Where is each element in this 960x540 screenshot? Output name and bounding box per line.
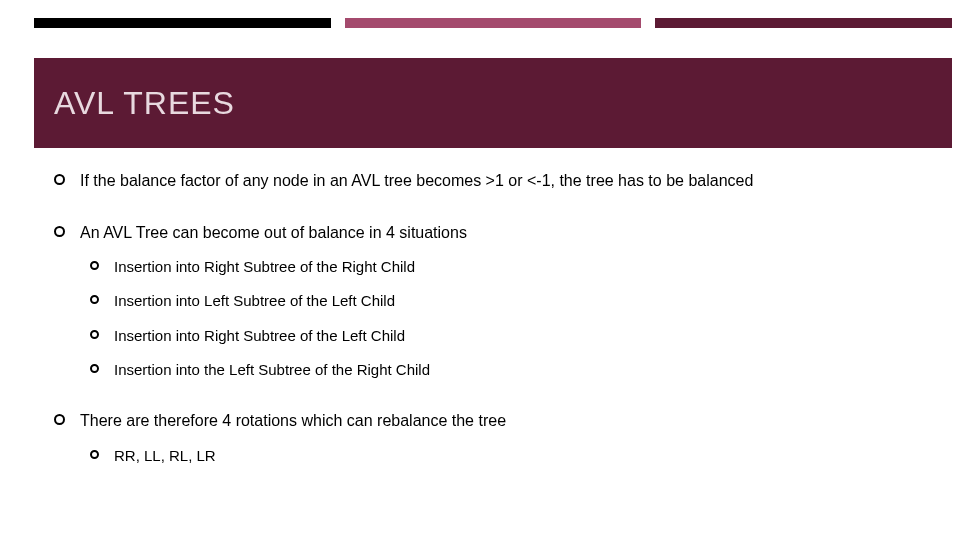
slide-title: AVL TREES [54, 85, 235, 122]
bullet-list-level2: Insertion into Right Subtree of the Righ… [80, 257, 930, 380]
bullet-text: An AVL Tree can become out of balance in… [80, 224, 467, 241]
ribbon-segment-maroon [655, 18, 952, 28]
bullet-text: There are therefore 4 rotations which ca… [80, 412, 506, 429]
bullet-text: Insertion into the Left Subtree of the R… [114, 361, 430, 378]
bullet-text: Insertion into Right Subtree of the Righ… [114, 258, 415, 275]
bullet-text: RR, LL, RL, LR [114, 447, 216, 464]
list-item: Insertion into Left Subtree of the Left … [90, 291, 930, 311]
list-item: An AVL Tree can become out of balance in… [54, 222, 930, 381]
slide: AVL TREES If the balance factor of any n… [0, 0, 960, 540]
ribbon-segment-black [34, 18, 331, 28]
top-ribbon [34, 18, 952, 28]
list-item: RR, LL, RL, LR [90, 446, 930, 466]
list-item: Insertion into the Left Subtree of the R… [90, 360, 930, 380]
bullet-list-level2: RR, LL, RL, LR [80, 446, 930, 466]
list-item: If the balance factor of any node in an … [54, 170, 930, 192]
ribbon-segment-mauve [345, 18, 642, 28]
bullet-text: Insertion into Right Subtree of the Left… [114, 327, 405, 344]
list-item: Insertion into Right Subtree of the Righ… [90, 257, 930, 277]
bullet-text: Insertion into Left Subtree of the Left … [114, 292, 395, 309]
content-body: If the balance factor of any node in an … [54, 170, 930, 496]
list-item: There are therefore 4 rotations which ca… [54, 410, 930, 466]
bullet-list-level1: If the balance factor of any node in an … [54, 170, 930, 466]
title-band: AVL TREES [34, 58, 952, 148]
bullet-text: If the balance factor of any node in an … [80, 172, 753, 189]
list-item: Insertion into Right Subtree of the Left… [90, 326, 930, 346]
